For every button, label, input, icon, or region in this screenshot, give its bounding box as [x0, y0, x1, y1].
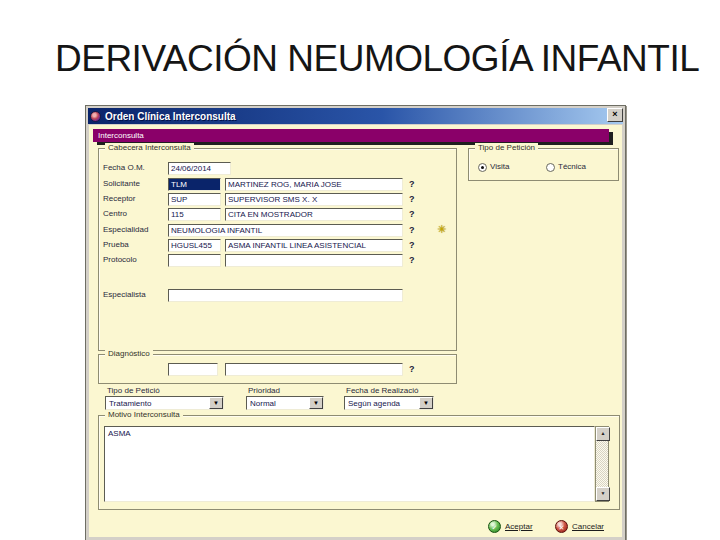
diagnostico-desc-field[interactable] [225, 363, 403, 376]
solicitante-code-field[interactable]: TLM [168, 178, 221, 191]
prueba-name-field[interactable]: ASMA INFANTIL LINEA ASISTENCIAL [225, 239, 403, 252]
receptor-label: Receptor [103, 193, 135, 205]
centro-name-field[interactable]: CITA EN MOSTRADOR [225, 208, 403, 221]
protocolo-label: Protocolo [103, 254, 137, 266]
cancel-icon[interactable]: ✕ [555, 520, 568, 533]
tipo-peticio-value: Tratamiento [109, 399, 151, 408]
prueba-help-button[interactable]: ? [409, 239, 415, 251]
diagnostico-help-button[interactable]: ? [409, 363, 415, 375]
visita-radio[interactable] [478, 163, 487, 172]
especialidad-label: Especialidad [103, 224, 148, 236]
window-client-area: Interconsulta Cabecera Interconsulta Fec… [89, 125, 622, 537]
tecnica-radio[interactable] [546, 163, 555, 172]
fecha-label: Fecha O.M. [103, 162, 145, 174]
centro-label: Centro [103, 208, 127, 220]
especialista-label: Especialista [103, 289, 146, 301]
slide: DERIVACIÓN NEUMOLOGÍA INFANTIL Orden Clí… [0, 0, 720, 540]
window-title: Orden Clínica Interconsulta [105, 111, 236, 122]
especialidad-field[interactable]: NEUMOLOGIA INFANTIL [168, 224, 403, 237]
diagnostico-code-field[interactable] [168, 363, 218, 376]
window-titlebar: Orden Clínica Interconsulta [88, 108, 623, 124]
motivo-textarea[interactable]: ASMA [104, 426, 595, 502]
cancelar-button[interactable]: Cancelar [572, 520, 604, 533]
solicitante-help-button[interactable]: ? [409, 178, 415, 190]
scroll-up-icon[interactable]: ▲ [596, 427, 610, 441]
prioridad-select[interactable]: Normal ▼ [246, 396, 324, 410]
close-icon[interactable]: × [607, 108, 623, 122]
accept-icon[interactable]: ✓ [488, 520, 501, 533]
menu-item-interconsulta[interactable]: Interconsulta [98, 131, 144, 140]
receptor-name-field[interactable]: SUPERVISOR SMS X. X [225, 193, 403, 206]
centro-code-field[interactable]: 115 [168, 208, 221, 221]
slide-title: DERIVACIÓN NEUMOLOGÍA INFANTIL [55, 38, 699, 80]
prueba-code-field[interactable]: HGUSL455 [168, 239, 221, 252]
especialista-field[interactable] [168, 289, 403, 302]
group-diagnostico-caption: Diagnóstico [105, 349, 153, 359]
visita-radio-label: Visita [490, 161, 509, 173]
aceptar-button[interactable]: Aceptar [505, 520, 533, 533]
chevron-down-icon[interactable]: ▼ [209, 397, 223, 409]
tipo-peticio-select[interactable]: Tratamiento ▼ [105, 396, 224, 410]
protocolo-help-button[interactable]: ? [409, 254, 415, 266]
menu-banner: Interconsulta [93, 129, 609, 142]
group-motivo-caption: Motivo Interconsulta [105, 410, 183, 420]
prueba-label: Prueba [103, 239, 129, 251]
scroll-down-icon[interactable]: ▼ [596, 487, 610, 501]
motivo-scrollbar[interactable]: ▲ ▼ [595, 426, 609, 502]
sparkle-icon[interactable]: ✳ [437, 224, 446, 235]
group-tipo-peticion-caption: Tipo de Petición [475, 143, 538, 153]
receptor-code-field[interactable]: SUP [168, 193, 221, 206]
protocolo-name-field[interactable] [225, 254, 403, 267]
prioridad-value: Normal [250, 399, 276, 408]
especialidad-help-button[interactable]: ? [409, 224, 415, 236]
protocolo-code-field[interactable] [168, 254, 221, 267]
chevron-down-icon[interactable]: ▼ [419, 397, 433, 409]
solicitante-label: Solicitante [103, 178, 140, 190]
fecha-realizacion-select[interactable]: Según agenda ▼ [344, 396, 434, 410]
receptor-help-button[interactable]: ? [409, 193, 415, 205]
app-icon [90, 111, 101, 122]
tecnica-radio-label: Técnica [558, 161, 586, 173]
centro-help-button[interactable]: ? [409, 208, 415, 220]
fecha-realizacion-value: Según agenda [348, 399, 400, 408]
chevron-down-icon[interactable]: ▼ [309, 397, 323, 409]
fecha-field[interactable]: 24/06/2014 [168, 162, 231, 175]
solicitante-name-field[interactable]: MARTINEZ ROG, MARIA JOSE [225, 178, 403, 191]
orden-clinica-window: Orden Clínica Interconsulta × Interconsu… [85, 105, 626, 540]
group-cabecera-caption: Cabecera Interconsulta [105, 143, 194, 153]
